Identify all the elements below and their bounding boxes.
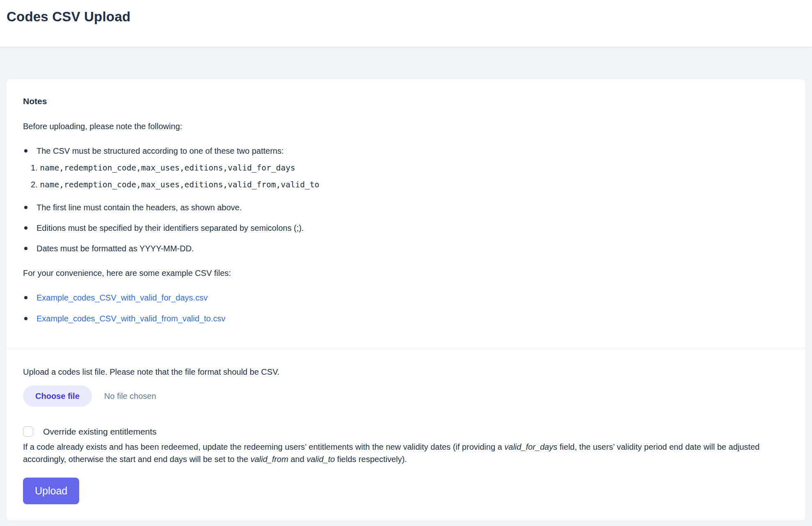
override-help-italic: valid_for_days	[504, 442, 557, 451]
example-links-list: Example_codes_CSV_with_valid_for_days.cs…	[23, 291, 789, 325]
override-help-italic: valid_from	[250, 455, 288, 464]
csv-pattern-1-code: name,redemption_code,max_uses,editions,v…	[40, 163, 295, 173]
csv-pattern-1: name,redemption_code,max_uses,editions,v…	[31, 159, 789, 176]
override-help-part: and	[288, 455, 307, 464]
note-item-editions: Editions must be specified by their iden…	[23, 222, 789, 234]
override-help-text: If a code already exists and has been re…	[23, 441, 789, 465]
override-checkbox[interactable]	[23, 426, 33, 437]
override-checkbox-label[interactable]: Override existing entitlements	[43, 427, 157, 437]
main-content: Notes Before uploading, please note the …	[0, 79, 812, 521]
page-header: Codes CSV Upload	[0, 0, 812, 47]
examples-intro: For your convenience, here are some exam…	[23, 267, 789, 279]
example-csv-valid-for-days-link[interactable]: Example_codes_CSV_with_valid_for_days.cs…	[37, 293, 208, 302]
upload-instruction: Upload a codes list file. Please note th…	[23, 366, 789, 378]
note-item-headers: The first line must contain the headers,…	[23, 201, 789, 214]
list-item: Example_codes_CSV_with_valid_from_valid_…	[23, 312, 789, 325]
override-help-italic: valid_to	[307, 455, 335, 464]
upload-card: Notes Before uploading, please note the …	[7, 79, 805, 521]
note-structure-text: The CSV must be structured according to …	[37, 146, 284, 155]
notes-heading: Notes	[23, 96, 789, 106]
choose-file-button[interactable]: Choose file	[23, 385, 92, 407]
upload-form-section: Upload a codes list file. Please note th…	[7, 348, 805, 521]
note-item-dates: Dates must be formatted as YYYY-MM-DD.	[23, 242, 789, 255]
note-item-structure: The CSV must be structured according to …	[23, 145, 789, 193]
override-help-part: fields respectively).	[335, 455, 407, 464]
upload-button[interactable]: Upload	[23, 478, 79, 504]
notes-bullet-list: The CSV must be structured according to …	[23, 145, 789, 255]
example-csv-valid-from-to-link[interactable]: Example_codes_CSV_with_valid_from_valid_…	[37, 314, 225, 323]
csv-pattern-2: name,redemption_code,max_uses,editions,v…	[31, 176, 789, 193]
page-title: Codes CSV Upload	[7, 9, 802, 25]
file-input-row: Choose file No file chosen	[23, 385, 789, 407]
notes-intro: Before uploading, please note the follow…	[23, 120, 789, 132]
notes-section: Notes Before uploading, please note the …	[7, 79, 805, 348]
list-item: Example_codes_CSV_with_valid_for_days.cs…	[23, 291, 789, 304]
csv-pattern-2-code: name,redemption_code,max_uses,editions,v…	[40, 180, 319, 189]
override-help-part: If a code already exists and has been re…	[23, 442, 504, 451]
file-chosen-status: No file chosen	[104, 392, 156, 401]
csv-pattern-list: name,redemption_code,max_uses,editions,v…	[31, 159, 789, 193]
override-checkbox-row: Override existing entitlements	[23, 426, 789, 437]
